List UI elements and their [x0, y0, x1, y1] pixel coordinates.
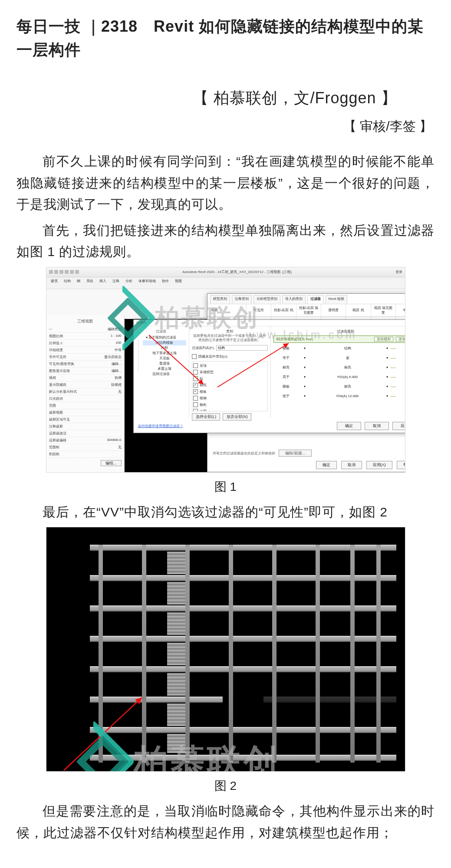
vg-tab[interactable]: 注释类别 — [232, 295, 252, 304]
ribbon-tab[interactable]: 注释 — [112, 279, 119, 287]
add-rule-button[interactable]: 添加规则 — [374, 337, 393, 342]
vg-tab[interactable]: Revit 链接 — [326, 295, 347, 304]
figure-2: 柏慕联创 — [16, 527, 435, 773]
rule-row[interactable]: 楼板▾结构▾— — [273, 345, 405, 352]
vg-ok-button[interactable]: 确定 — [316, 461, 337, 469]
paragraph-3: 最后，在“VV”中取消勾选该过滤器的“可见性”即可，如图 2 — [16, 501, 435, 523]
vg-columns: 名称 可见性 投影/表面 线 投影/表面 填充图案 透明度 截面 线 截面 填充… — [207, 304, 405, 317]
edit-group-button[interactable]: 编组... — [101, 460, 122, 466]
ribbon-tab[interactable]: 建筑 — [51, 279, 58, 287]
properties-panel: 三维视图 — 编辑类型 视图比例1 : 100 比例值 1:100 详细程度中等… — [46, 315, 125, 472]
revit-titlebar: Autodesk Revit 2020 - 1#工程_建筑_XXX_202207… — [46, 267, 405, 277]
article-title: 每日一技 ｜2318 Revit 如何隐藏链接的结构模型中的某一层构件 — [16, 15, 435, 62]
properties-section: 三维视图 — [49, 319, 122, 324]
ribbon-tab[interactable]: 协作 — [162, 279, 169, 287]
paragraph-2: 首先，我们把链接进来的结构模型单独隔离出来，然后设置过滤器如图 1 的过滤规则。 — [16, 220, 435, 263]
filter-tree[interactable]: ▾ 基于规则的过滤器 3F结构楼板 内部 地下室承重土墙 天花板 普通墙 承重土… — [136, 335, 186, 377]
ribbon-tab[interactable]: 分析 — [125, 279, 132, 287]
rule-head: 过滤器规则 — [273, 329, 405, 334]
filter-title: 过滤器 — [134, 320, 149, 326]
ribbon-tab[interactable]: 结构 — [64, 279, 71, 287]
paragraph-1: 前不久上课的时候有同学问到：“我在画建筑模型的时候能不能单独隐藏链接进来的结构模… — [16, 151, 435, 215]
category-list-label: 过滤器列表(F): — [192, 345, 214, 350]
help-link[interactable]: 如何创建和使用视图过滤器？ — [138, 424, 183, 428]
ribbon-tab[interactable]: 插入 — [99, 279, 106, 287]
reviewer: 【 审核/李签 】 — [16, 118, 432, 135]
vg-note: 所有文档过滤器都是在此处定义和修改的 编辑/新建... — [213, 450, 312, 456]
ribbon-tab[interactable]: 体量和场地 — [138, 279, 156, 287]
vg-tab-active[interactable]: 过滤器 — [307, 295, 324, 304]
rule-row[interactable]: 等于▾是▾— — [273, 354, 405, 362]
vg-tab[interactable]: 模型类别 — [210, 295, 230, 304]
filter-ok-button[interactable]: 确定 — [337, 422, 361, 430]
edit-type-button[interactable]: 编辑类型 — [108, 327, 122, 332]
rule-group-header[interactable]: 和(所有规则必须为 true) 添加规则 添加集合 — [273, 335, 405, 343]
category-search-input[interactable] — [216, 345, 267, 351]
vg-apply-button[interactable]: 应用(A) — [366, 461, 392, 469]
figure-2-caption: 图 2 — [16, 778, 435, 794]
ribbon: 建筑 结构 钢 系统 插入 注释 分析 体量和场地 协作 视图 — [46, 277, 405, 289]
add-set-button[interactable]: 添加集合 — [396, 337, 405, 342]
graphic-options-button[interactable]: 编辑... — [112, 368, 122, 373]
ribbon-tab[interactable]: 视图 — [175, 279, 182, 287]
vg-cancel-button[interactable]: 取消 — [341, 461, 362, 469]
rule-row[interactable]: 楼板▾标高▾— — [273, 383, 405, 391]
select-all-button[interactable]: 选择全部(L) — [192, 413, 220, 421]
annotation-arrow — [46, 527, 405, 771]
category-desc: 选择要包含在过滤器中的一个或多个类别。这些类别的公共参数可用于定义过滤器规则。 — [192, 334, 268, 342]
vg-help-button[interactable]: 帮助 — [397, 461, 405, 469]
filter-left-head: 过滤器 — [136, 329, 186, 334]
vg-override-button[interactable]: 编辑... — [112, 362, 122, 366]
filter-apply-button[interactable]: 应用 — [392, 422, 405, 430]
vg-tab[interactable]: 分析模型类别 — [253, 295, 280, 304]
figure-1-caption: 图 1 — [16, 479, 435, 495]
category-head: 类别 — [192, 329, 268, 334]
vg-edit-new-button[interactable]: 编辑/新建... — [279, 450, 312, 457]
rule-row[interactable]: 标高▾标高▾— — [273, 364, 405, 372]
paragraph-4: 但是需要注意的是，当取消临时隐藏命令，其他构件显示出来的时候，此过滤器不仅针对结… — [16, 800, 435, 843]
rule-row[interactable]: 低于▾F04(A) 12.000▾— — [273, 392, 405, 400]
rule-row[interactable]: 高于▾F02(A) 4.000▾— — [273, 373, 405, 381]
revit-login[interactable]: 登录 — [395, 270, 402, 274]
hide-unchecked-checkbox[interactable]: 隐藏未选中类别(U) — [198, 354, 227, 359]
ribbon-tab[interactable]: 系统 — [86, 279, 93, 287]
byline: 【 柏慕联创，文/Froggen 】 — [16, 88, 435, 109]
svg-line-2 — [64, 697, 142, 770]
revit-title: Autodesk Revit 2020 - 1#工程_建筑_XXX_202207… — [182, 270, 292, 274]
figure-1: Autodesk Revit 2020 - 1#工程_建筑_XXX_202207… — [16, 267, 435, 474]
filter-cancel-button[interactable]: 取消 — [365, 422, 389, 430]
filter-dialog: 过滤器 ✕ 过滤器 ▾ 基于规则的过滤器 3F结构楼板 内部 — [133, 319, 405, 433]
deselect-all-button[interactable]: 放弃全部(N) — [223, 413, 252, 421]
vg-tab[interactable]: 导入的类别 — [282, 295, 306, 304]
ribbon-tab[interactable]: 钢 — [77, 279, 80, 287]
